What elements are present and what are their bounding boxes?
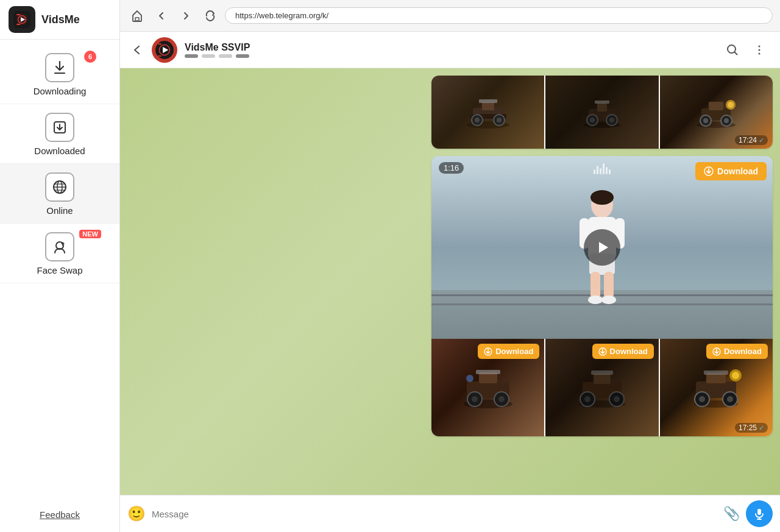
downloading-icon-box xyxy=(45,53,74,82)
svg-point-85 xyxy=(699,396,705,402)
url-bar[interactable]: https://web.telegram.org/k/ xyxy=(225,7,773,24)
download-label-2: Download xyxy=(610,347,648,356)
svg-point-45 xyxy=(703,118,708,123)
meta-dot-2 xyxy=(202,54,215,58)
svg-rect-56 xyxy=(590,272,600,299)
face-swap-icon xyxy=(52,239,68,255)
online-icon-box xyxy=(45,172,74,202)
globe-icon xyxy=(52,179,68,195)
download-label-1: Download xyxy=(495,347,533,356)
svg-point-77 xyxy=(614,396,620,402)
svg-rect-39 xyxy=(597,103,607,112)
browser-bar: https://web.telegram.org/k/ xyxy=(120,0,780,32)
app-logo xyxy=(9,6,35,33)
download-icon xyxy=(52,60,68,76)
forward-button[interactable] xyxy=(176,6,196,26)
sidebar-item-downloading[interactable]: 6 Downloading xyxy=(0,44,119,104)
sidebar-item-face-swap[interactable]: NEW Face Swap xyxy=(0,224,119,283)
svg-point-38 xyxy=(609,118,614,122)
svg-rect-57 xyxy=(604,272,614,299)
channel-avatar xyxy=(152,37,177,63)
feedback-link[interactable]: Feedback xyxy=(0,497,119,532)
svg-rect-69 xyxy=(476,370,500,374)
attach-button[interactable]: 📎 xyxy=(723,506,740,522)
svg-point-30 xyxy=(497,118,502,122)
downloading-badge: 6 xyxy=(84,51,96,63)
svg-rect-40 xyxy=(595,101,609,104)
app-title: VidsMe xyxy=(41,13,80,26)
svg-point-59 xyxy=(601,296,616,304)
download-btn-1[interactable]: Download xyxy=(478,344,539,359)
chat-content: 17:24 ✓ xyxy=(120,68,780,444)
downloading-label: Downloading xyxy=(34,86,87,96)
main-content: https://web.telegram.org/k/ VidsMe SSVIP xyxy=(120,0,780,532)
thumb-dl-1[interactable]: Download xyxy=(431,339,544,436)
svg-point-76 xyxy=(584,396,590,402)
svg-rect-92 xyxy=(757,509,761,515)
message-bubble-1: 17:24 ✓ xyxy=(431,76,773,149)
svg-rect-5 xyxy=(16,24,20,25)
svg-point-58 xyxy=(588,296,603,304)
thumb-dl-2[interactable]: Download xyxy=(545,339,658,436)
chat-area: 17:24 ✓ xyxy=(120,68,780,495)
svg-rect-88 xyxy=(704,371,728,375)
timestamp-1: 17:24 ✓ xyxy=(735,135,768,145)
svg-rect-4 xyxy=(16,14,20,15)
svg-rect-79 xyxy=(591,371,613,375)
channel-name: VidsMe SSVIP xyxy=(185,42,714,53)
meta-dot-4 xyxy=(236,54,249,58)
tg-back-button[interactable] xyxy=(130,43,144,57)
video-play-button[interactable] xyxy=(584,229,620,266)
svg-point-29 xyxy=(475,118,480,122)
video-preview: 1:16 xyxy=(431,156,773,339)
thumb-dl-3[interactable]: Download 17:25 ✓ xyxy=(660,339,773,436)
online-label: Online xyxy=(46,205,73,216)
svg-point-49 xyxy=(728,102,734,108)
channel-info: VidsMe SSVIP xyxy=(185,42,714,58)
emoji-button[interactable]: 🙂 xyxy=(127,505,146,522)
face-swap-icon-box xyxy=(45,232,74,261)
reload-button[interactable] xyxy=(200,6,220,26)
sidebar: VidsMe 6 Downloading Downloaded xyxy=(0,0,120,532)
svg-rect-31 xyxy=(482,102,494,110)
message-input-bar: 🙂 📎 xyxy=(120,495,780,532)
search-button[interactable] xyxy=(722,39,743,61)
media-grid-1: 17:24 ✓ xyxy=(431,76,773,149)
message-input[interactable] xyxy=(152,509,717,519)
video-download-button[interactable]: Download xyxy=(695,162,767,180)
bottom-thumbs-row: Download Download xyxy=(431,339,773,436)
thumb-rover-1[interactable] xyxy=(431,76,544,149)
video-download-label: Download xyxy=(717,166,758,176)
download-btn-2[interactable]: Download xyxy=(592,344,654,359)
home-button[interactable] xyxy=(127,6,147,26)
svg-point-23 xyxy=(759,52,760,54)
back-button[interactable] xyxy=(152,6,171,26)
thumb-rover-3[interactable]: 17:24 ✓ xyxy=(660,76,773,149)
mic-button[interactable] xyxy=(746,500,773,527)
meta-dot-3 xyxy=(219,54,232,58)
thumb-rover-2[interactable] xyxy=(545,76,658,149)
sidebar-item-downloaded[interactable]: Downloaded xyxy=(0,104,119,164)
sidebar-header: VidsMe xyxy=(0,0,119,40)
meta-dot-1 xyxy=(185,54,198,58)
svg-marker-60 xyxy=(599,242,608,253)
svg-rect-18 xyxy=(158,43,161,44)
download-btn-3[interactable]: Download xyxy=(706,344,768,359)
svg-point-37 xyxy=(590,118,595,122)
more-button[interactable] xyxy=(748,39,770,61)
svg-point-86 xyxy=(727,396,733,402)
svg-rect-47 xyxy=(709,102,723,110)
sidebar-nav: 6 Downloading Downloaded xyxy=(0,40,119,497)
svg-point-90 xyxy=(732,372,739,379)
video-duration: 1:16 xyxy=(439,162,464,174)
face-swap-label: Face Swap xyxy=(37,265,82,275)
new-badge: NEW xyxy=(79,230,101,238)
telegram-header: VidsMe SSVIP xyxy=(120,32,780,68)
timestamp-2: 17:25 ✓ xyxy=(735,423,768,433)
sidebar-item-online[interactable]: Online xyxy=(0,164,119,224)
tg-header-icons xyxy=(722,39,770,61)
downloaded-label: Downloaded xyxy=(34,146,85,156)
svg-point-70 xyxy=(466,375,473,382)
svg-point-46 xyxy=(724,118,729,123)
svg-point-21 xyxy=(759,45,760,47)
